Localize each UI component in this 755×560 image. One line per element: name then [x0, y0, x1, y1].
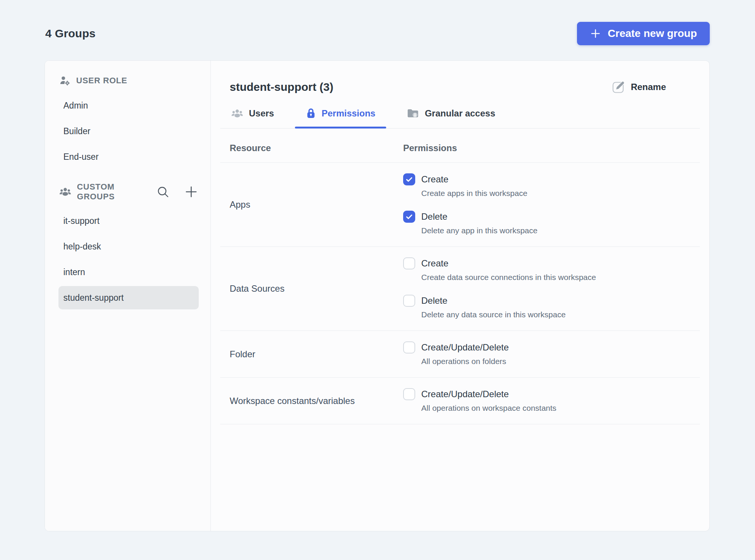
tab-granular-access[interactable]: Granular access: [396, 105, 506, 128]
resource-label: Workspace constants/variables: [220, 378, 394, 424]
permission-description: Create data source connections in this w…: [421, 273, 596, 282]
rename-label: Rename: [631, 82, 666, 92]
custom-groups-section-header: CUSTOM GROUPS: [58, 182, 199, 202]
people-group-icon: [59, 187, 71, 197]
tab-bar: Users Permissions: [220, 105, 700, 129]
tab-granular-access-label: Granular access: [425, 108, 495, 119]
sidebar-item-student-support[interactable]: student-support: [58, 286, 199, 309]
page-title: 4 Groups: [45, 27, 95, 40]
sidebar-item-admin[interactable]: Admin: [58, 94, 199, 117]
group-detail-panel: student-support (3) Rename: [211, 61, 709, 531]
folder-user-icon: [407, 108, 419, 118]
sidebar-item-it-support[interactable]: it-support: [58, 209, 199, 233]
sidebar: USER ROLE Admin Builder End-user: [45, 61, 211, 531]
table-row-workspace-constants: Workspace constants/variables Create/Upd…: [220, 378, 700, 424]
permission-description: Create apps in this workspace: [421, 189, 527, 198]
rename-button[interactable]: Rename: [612, 80, 666, 94]
search-icon: [155, 184, 170, 199]
add-group-button[interactable]: [184, 184, 199, 199]
sidebar-item-help-desk[interactable]: help-desk: [58, 235, 199, 258]
permissions-column-header: Permissions: [394, 143, 700, 153]
permission-item: Delete Delete any data source in this wo…: [403, 295, 700, 319]
workspace-constants-cud-checkbox[interactable]: [403, 388, 415, 400]
user-role-section-header: USER ROLE: [58, 75, 199, 87]
permissions-table: Resource Permissions Apps Create Create …: [220, 129, 700, 424]
create-new-group-label: Create new group: [608, 28, 697, 40]
user-role-section-title: USER ROLE: [76, 76, 127, 86]
group-header: student-support (3) Rename: [220, 61, 700, 94]
permission-description: Delete any app in this workspace: [421, 226, 537, 235]
search-groups-button[interactable]: [155, 184, 170, 199]
permission-label: Create/Update/Delete: [421, 341, 509, 353]
create-new-group-button[interactable]: Create new group: [577, 22, 710, 45]
tab-users[interactable]: Users: [220, 105, 285, 128]
custom-groups-section: CUSTOM GROUPS it-support help-desk inter…: [58, 182, 199, 309]
folder-cud-checkbox[interactable]: [403, 341, 415, 353]
permission-description: All operations on folders: [421, 357, 509, 366]
data-sources-create-checkbox[interactable]: [403, 257, 415, 269]
resource-column-header: Resource: [220, 143, 394, 153]
checkmark-icon: [405, 213, 413, 221]
permission-description: All operations on workspace constants: [421, 404, 556, 413]
sidebar-item-end-user[interactable]: End-user: [58, 145, 199, 168]
permission-item: Create/Update/Delete All operations on f…: [403, 341, 700, 366]
checkmark-icon: [405, 175, 413, 184]
table-row-folder: Folder Create/Update/Delete All operatio…: [220, 331, 700, 378]
users-icon: [231, 109, 243, 118]
permission-label: Create/Update/Delete: [421, 388, 556, 400]
plus-icon: [590, 28, 601, 39]
tab-permissions-label: Permissions: [322, 108, 376, 119]
sidebar-item-builder[interactable]: Builder: [58, 119, 199, 143]
lock-icon: [306, 107, 316, 119]
permissions-table-header: Resource Permissions: [220, 129, 700, 163]
table-row-data-sources: Data Sources Create Create data source c…: [220, 247, 700, 331]
user-role-section: USER ROLE Admin Builder End-user: [58, 75, 199, 168]
permission-item: Create Create apps in this workspace: [403, 173, 700, 198]
table-row-apps: Apps Create Create apps in this workspac…: [220, 163, 700, 247]
permission-label: Delete: [421, 295, 566, 307]
apps-create-checkbox[interactable]: [403, 173, 415, 185]
edit-icon: [612, 80, 625, 94]
permission-label: Create: [421, 257, 596, 269]
data-sources-delete-checkbox[interactable]: [403, 295, 415, 307]
user-role-icon: [59, 75, 71, 86]
apps-delete-checkbox[interactable]: [403, 211, 415, 223]
sidebar-item-intern[interactable]: intern: [58, 260, 199, 284]
permission-description: Delete any data source in this workspace: [421, 310, 566, 319]
custom-groups-section-title: CUSTOM GROUPS: [77, 182, 142, 202]
tab-permissions[interactable]: Permissions: [295, 105, 387, 128]
permission-item: Create Create data source connections in…: [403, 257, 700, 282]
permission-item: Create/Update/Delete All operations on w…: [403, 388, 700, 413]
permission-label: Create: [421, 173, 527, 185]
resource-label: Folder: [220, 331, 394, 377]
permission-label: Delete: [421, 211, 537, 223]
tab-users-label: Users: [249, 108, 274, 119]
permission-item: Delete Delete any app in this workspace: [403, 211, 700, 235]
top-bar: 4 Groups Create new group: [45, 22, 710, 45]
resource-label: Data Sources: [220, 247, 394, 330]
groups-card: USER ROLE Admin Builder End-user: [45, 60, 710, 531]
group-title: student-support (3): [230, 81, 333, 93]
plus-icon: [184, 184, 199, 199]
resource-label: Apps: [220, 163, 394, 246]
